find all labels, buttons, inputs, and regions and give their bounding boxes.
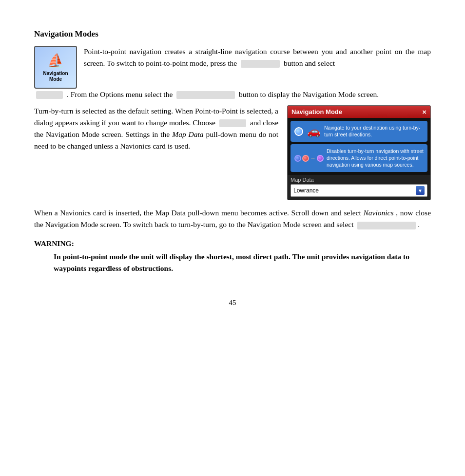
intro-block: ⛵ NavigationMode Point-to-point navigati… [34,46,431,89]
intro-text: Point-to-point navigation creates a stra… [84,46,431,69]
dropdown-arrow-icon[interactable]: ▼ [416,186,425,195]
map-data-italic: Map Data [172,130,206,138]
nav-mode-icon-label: NavigationMode [43,71,68,82]
map-data-dropdown[interactable]: Lowrance ▼ [291,184,427,197]
warning-body: In point-to-point mode the unit will dis… [54,251,431,274]
intro-continuation: . From the Options menu select the butto… [34,89,431,100]
map-data-value: Lowrance [293,187,319,194]
nav-option-point-to-point[interactable]: → Disables turn-by-turn navigation with … [291,144,427,172]
page-number: 45 [34,299,431,307]
intro-para-2: button and select [284,59,335,67]
dot-purple [317,155,324,162]
dialog-title: Navigation Mode [291,108,342,115]
button-placeholder-2 [176,91,235,99]
nav-option-turn-by-turn[interactable]: 🚗 Navigate to your destination using tur… [291,121,427,142]
content-area: Turn-by-turn is selected as the default … [34,105,431,200]
warning-section: WARNING: In point-to-point mode the unit… [34,239,431,274]
body-para-1: Turn-by-turn is selected as the default … [34,105,278,152]
button-placeholder-1 [241,60,280,68]
car-icon: 🚗 [307,125,320,138]
arrow-right-icon: → [310,155,316,162]
dot-red [302,155,309,162]
warning-title: WARNING: [34,239,431,248]
intro-para-3: . From the Options menu select the [67,90,173,98]
dialog-body: 🚗 Navigate to your destination using tur… [288,118,430,175]
dots-arrows-icon: → [294,155,324,162]
nav-mode-icon: ⛵ NavigationMode [34,46,77,89]
map-data-label: Map Data [291,177,427,183]
choose-placeholder [219,119,246,127]
dialog-header: Navigation Mode × [288,106,430,118]
left-text-block: Turn-by-turn is selected as the default … [34,105,278,157]
intro-para-4: button to display the Navigation Mode sc… [239,90,379,98]
radio-selected[interactable] [294,127,303,136]
select-placeholder [36,91,63,99]
turn-by-turn-placeholder [357,222,416,229]
dialog-close-button[interactable]: × [422,108,426,116]
option2-text: Disables turn-by-turn navigation with st… [327,148,424,168]
nav-mode-dialog: Navigation Mode × 🚗 Navigate to your des… [287,105,431,200]
dot-blue [294,155,301,162]
navionics-para: When a Navionics card is inserted, the M… [34,207,431,230]
section-title: Navigation Modes [34,29,431,39]
map-data-section: Map Data Lowrance ▼ [288,175,430,200]
option1-text: Navigate to your destination using turn-… [324,125,424,138]
boat-icon: ⛵ [47,53,64,69]
navionics-italic: Navionics [364,209,394,217]
